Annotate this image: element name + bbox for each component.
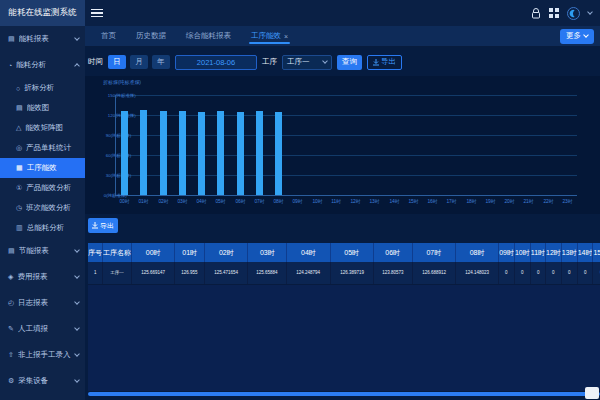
tab-strip: 首页历史数据综合能耗报表工序能效× 更多 [85,26,600,47]
x-axis-tick-label: 20时 [500,198,519,209]
column-header-09时: 09时 [499,243,515,262]
sidebar-item-日志报表[interactable]: ◴日志报表 [0,290,85,316]
x-tick-text: 06时 [235,198,245,205]
column-header-03时: 03时 [248,243,287,262]
tab-label: 综合能耗报表 [186,31,231,41]
upload-icon: ⇧ [8,351,14,359]
sidebar-item-费用报表[interactable]: ◈费用报表 [0,264,85,290]
info-icon: ① [16,184,22,192]
tab-历史数据[interactable]: 历史数据 [128,26,174,46]
lock-icon[interactable] [531,8,541,19]
sidebar-item-能效矩阵图[interactable]: △能效矩阵图 [0,118,85,138]
sidebar-item-总能耗分析[interactable]: ▥总能耗分析 [0,218,85,238]
sidebar-item-能耗分析[interactable]: ◔能耗分析 [0,52,85,78]
y-axis-tick-label: 120(吨标准煤) [85,110,113,121]
sidebar-item-产品能效分析[interactable]: ①产品能效分析 [0,178,85,198]
x-tick-text: 02时 [158,198,168,205]
x-tick-text: 03时 [177,198,187,205]
tab-工序能效[interactable]: 工序能效× [243,26,296,46]
sidebar-item-采集设备[interactable]: ⚙采集设备 [0,368,85,394]
bar-03时 [179,111,186,195]
tab-label: 工序能效 [251,31,281,41]
chevron-down-icon[interactable] [587,9,593,15]
tab-首页[interactable]: 首页 [93,26,124,46]
table-row[interactable]: 1工序一125.669147126.955125.471654125.65884… [88,262,600,284]
table-cell: 0 [561,262,577,284]
table-cell: 0 [593,262,600,284]
more-button[interactable]: 更多 [560,29,594,44]
sidebar-item-非上报手工录入[interactable]: ⇧非上报手工录入 [0,342,85,368]
y-axis-tick-label: 30(吨标准煤) [85,170,113,181]
cell-value: 124.248794 [297,270,321,275]
triangle-icon: △ [16,124,21,132]
filter-export-button[interactable]: 导出 [367,55,402,70]
bar-05时 [217,111,224,195]
sidebar-item-label: 能效图 [27,103,79,113]
x-tick-text: 20时 [505,198,515,205]
hamburger-menu-icon[interactable] [91,7,103,20]
table-cell: 126.688912 [412,262,455,284]
sidebar-item-label: 产品能效分析 [26,183,79,193]
floating-widget[interactable] [585,387,599,399]
log-icon: ◴ [8,299,14,307]
sidebar-item-工序能效[interactable]: ▦工序能效 [0,158,85,178]
x-tick-text: 14时 [389,198,399,205]
x-axis-tick-label: 17时 [442,198,461,209]
x-axis-tick-label: 05时 [211,198,230,209]
export-button[interactable]: 导出 [88,218,118,233]
sidebar-item-能效图[interactable]: ▤能效图 [0,98,85,118]
x-axis-tick-label: 00时 [115,198,134,209]
cell-value: 0 [505,270,507,275]
column-header-05时: 05时 [330,243,373,262]
x-axis-tick-label: 15时 [404,198,423,209]
table-cell: 124.148023 [455,262,498,284]
query-button[interactable]: 查询 [337,55,362,70]
device-icon: ⚙ [8,377,14,385]
sidebar-item-label: 日志报表 [18,298,75,308]
sidebar-item-产品单耗统计[interactable]: ◎产品单耗统计 [0,138,85,158]
sidebar-item-节能报表[interactable]: ▤节能报表 [0,238,85,264]
sidebar-item-折标分析[interactable]: ○折标分析 [0,78,85,98]
process-select[interactable]: 工序一 [282,55,332,70]
sidebar-item-label: 总能耗分析 [27,223,79,233]
time-label: 时间 [88,57,103,67]
chevron-down-icon [583,32,589,38]
tab-综合能耗报表[interactable]: 综合能耗报表 [178,26,239,46]
user-avatar[interactable] [567,7,580,20]
cell-value: 126.688912 [422,270,446,275]
x-axis-tick-label: 12时 [346,198,365,209]
chevron-down-icon [74,273,80,279]
horizontal-scrollbar[interactable] [88,392,600,396]
sidebar-item-能耗报表[interactable]: ▤能耗报表 [0,26,85,52]
table-cell: 1 [88,262,103,284]
grid-icon[interactable] [549,8,559,18]
process-energy-table: 序号工序名称00时01时02时03时04时05时06时07时08时09时10时1… [88,243,600,391]
chevron-down-icon [74,299,80,305]
topbar [85,0,600,26]
grid-small-icon: ▦ [16,164,23,172]
tab-label: 首页 [101,31,116,41]
granularity-日-button[interactable]: 日 [108,55,126,69]
sidebar-menu: ▤能耗报表◔能耗分析○折标分析▤能效图△能效矩阵图◎产品单耗统计▦工序能效①产品… [0,26,85,394]
cell-value: 126.955 [182,270,198,275]
y-tick-text: 150(吨标准煤) [108,92,136,98]
sidebar-item-人工填报[interactable]: ✎人工填报 [0,316,85,342]
column-header-序号: 序号 [88,243,103,262]
granularity-月-button[interactable]: 月 [130,55,148,69]
sidebar-item-班次能效分析[interactable]: ◷班次能效分析 [0,198,85,218]
x-axis-tick-label: 13时 [365,198,384,209]
close-icon[interactable]: × [284,33,288,40]
data-table: 序号工序名称00时01时02时03时04时05时06时07时08时09时10时1… [88,243,600,285]
x-tick-text: 13时 [370,198,380,205]
x-tick-text: 21时 [524,198,534,205]
sidebar-item-label: 能耗报表 [19,34,75,44]
save-icon: ▤ [8,247,15,255]
table-cell: 工序一 [103,262,132,284]
table-header-row: 序号工序名称00时01时02时03时04时05时06时07时08时09时10时1… [88,243,600,262]
x-tick-text: 16时 [428,198,438,205]
granularity-年-button[interactable]: 年 [152,55,170,69]
date-input[interactable]: 2021-08-06 [175,55,257,70]
table-cell: 0 [577,262,593,284]
table-cell: 0 [546,262,562,284]
cell-value: 0 [537,270,539,275]
